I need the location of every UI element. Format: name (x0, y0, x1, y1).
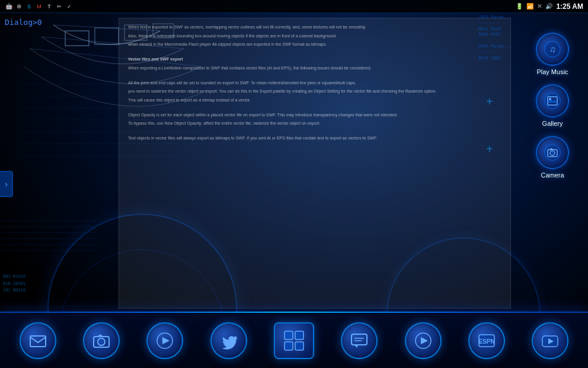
svg-rect-30 (550, 148, 552, 150)
bottom-accent-line (0, 312, 588, 313)
svg-point-34 (100, 340, 103, 344)
check-icon: ✓ (65, 2, 74, 11)
clock: 1:25 AM (556, 2, 583, 11)
svg-rect-41 (295, 342, 303, 350)
svg-rect-40 (285, 342, 293, 350)
espn-dock-icon: ESPN (468, 322, 505, 359)
dock-home[interactable] (274, 322, 314, 359)
camera-app[interactable]: Camera (533, 133, 572, 182)
left-arrow-button[interactable]: › (0, 171, 13, 197)
bottom-dock: ESPN (0, 312, 588, 368)
gallery-app[interactable]: Gallery (533, 81, 572, 130)
dock-camera[interactable] (83, 322, 120, 359)
camera-dock-icon (83, 322, 120, 359)
dock-youtube[interactable] (532, 322, 568, 359)
hud-text-left: 001 01010 010 10101 101 00110 (3, 274, 25, 294)
statusbar-left-icons: 🤖 ⊕ S M T ✏ ✓ (5, 2, 74, 11)
svg-marker-47 (421, 337, 428, 344)
dock-email[interactable] (20, 322, 56, 359)
twitter-dock-icon (210, 322, 247, 359)
svg-rect-38 (285, 331, 293, 340)
camera-label: Camera (541, 172, 564, 179)
play-music-icon: ♫ (536, 33, 569, 66)
gmail-icon: M (35, 2, 43, 11)
home-dock-icon (274, 322, 314, 359)
skype-icon: S (25, 2, 33, 11)
svg-point-29 (551, 152, 554, 154)
wifi-signal-icon: 📶 (526, 3, 533, 9)
svg-rect-42 (351, 334, 367, 345)
pencil-icon: ✏ (55, 2, 63, 11)
status-bar: 🤖 ⊕ S M T ✏ ✓ 🔋 📶 ✕ 🔊 1:25 AM (0, 0, 588, 13)
nyt-icon: T (45, 2, 53, 11)
right-sidebar: ♫ Play Music Gallery Camera (517, 18, 588, 309)
youtube-dock-icon (532, 322, 568, 359)
email-dock-icon (20, 322, 56, 359)
corner-data-text: 2013 Param... -------- 0011 0110 1010 01… (478, 15, 511, 61)
document-panel: When text is exported to SWF as vectors,… (119, 18, 511, 309)
gallery-label: Gallery (542, 120, 563, 127)
svg-text:♫: ♫ (549, 45, 556, 54)
svg-rect-35 (98, 335, 102, 337)
play-dock-icon (146, 322, 183, 359)
svg-marker-45 (354, 345, 358, 348)
android-icon: 🤖 (5, 2, 13, 11)
dock-messages[interactable] (341, 322, 378, 359)
video-dock-icon (405, 322, 442, 359)
messages-dock-icon (341, 322, 378, 359)
dock-twitter[interactable] (210, 322, 247, 359)
doc-text-content: When text is exported to SWF as vectors,… (119, 18, 510, 150)
camera-icon (536, 136, 569, 169)
svg-point-25 (549, 98, 551, 100)
dialog-label: Dialog>0 (5, 18, 42, 27)
no-sim-icon: ✕ (537, 3, 542, 9)
dock-play[interactable] (146, 322, 183, 359)
volume-icon: 🔊 (545, 3, 552, 9)
play-music-label: Play Music (536, 68, 568, 75)
hud-lines-svg (0, 13, 95, 312)
dock-espn[interactable]: ESPN (468, 322, 505, 359)
gallery-icon (536, 84, 569, 118)
battery-icon: 🔋 (516, 3, 523, 9)
wifi-icon: ⊕ (15, 2, 23, 11)
svg-marker-37 (162, 337, 170, 344)
svg-text:ESPN: ESPN (478, 338, 494, 345)
dock-video[interactable] (405, 322, 442, 359)
statusbar-right: 🔋 📶 ✕ 🔊 1:25 AM (516, 2, 583, 11)
play-music-app[interactable]: ♫ Play Music (533, 30, 572, 78)
hud-left-decoration: 001 01010 010 10101 101 00110 (0, 13, 95, 312)
svg-rect-39 (295, 331, 303, 340)
svg-rect-31 (30, 336, 46, 347)
